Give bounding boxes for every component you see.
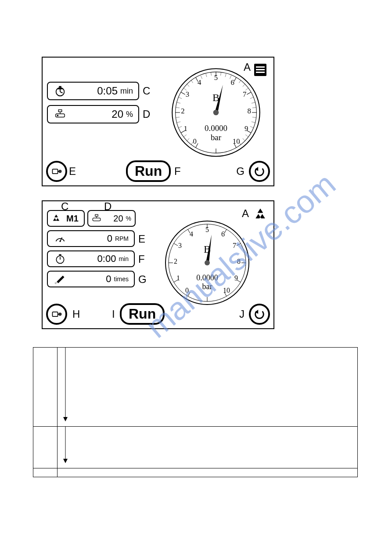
percent-unit-2: % bbox=[126, 215, 133, 222]
tick-2: 2 bbox=[181, 107, 184, 115]
time-value: 0:05 bbox=[69, 85, 120, 97]
svg-text:6: 6 bbox=[221, 230, 225, 238]
recycle-icon bbox=[50, 213, 63, 224]
table-cell-desc-1 bbox=[58, 348, 358, 427]
svg-line-71 bbox=[55, 283, 56, 284]
callout-j: J bbox=[239, 308, 245, 320]
run-button-2[interactable]: Run bbox=[120, 303, 165, 325]
gauge-unit-2: bar bbox=[202, 282, 212, 291]
valve-icon bbox=[51, 108, 69, 120]
table-cell-icon-3 bbox=[33, 468, 58, 477]
percent-field[interactable]: 20 % bbox=[47, 105, 139, 123]
screen-panel-2: C D M1 20 % A 0 RPM E 0:00 min F bbox=[42, 200, 274, 329]
time-unit-2: min bbox=[119, 255, 130, 262]
tick-10: 10 bbox=[233, 137, 240, 145]
motor-button[interactable] bbox=[46, 161, 67, 182]
stopwatch-icon bbox=[51, 253, 69, 265]
table-cell-icon-1 bbox=[33, 348, 58, 427]
table-cell-icon-2 bbox=[33, 427, 58, 468]
callout-g: G bbox=[236, 165, 245, 178]
rpm-field[interactable]: 0 RPM bbox=[47, 230, 135, 247]
table-row bbox=[33, 348, 358, 427]
time-field-2[interactable]: 0:00 min bbox=[47, 250, 135, 267]
callout-e2: E bbox=[138, 233, 145, 245]
svg-rect-62 bbox=[93, 218, 101, 221]
svg-text:8: 8 bbox=[237, 258, 241, 265]
arrow-down-icon bbox=[61, 427, 70, 464]
svg-point-65 bbox=[59, 240, 61, 242]
svg-rect-53 bbox=[58, 110, 61, 112]
svg-text:0: 0 bbox=[185, 287, 189, 294]
rpm-unit: RPM bbox=[115, 235, 130, 242]
back-button[interactable] bbox=[249, 161, 270, 182]
gauge-reading: 0.0000 bbox=[205, 123, 227, 133]
gauge-unit: bar bbox=[211, 133, 222, 142]
description-table bbox=[33, 347, 358, 477]
svg-text:5: 5 bbox=[205, 226, 209, 233]
svg-rect-99 bbox=[52, 312, 58, 316]
table-row bbox=[33, 427, 358, 468]
svg-text:2: 2 bbox=[174, 258, 177, 265]
callout-i: I bbox=[112, 308, 115, 320]
callout-g2: G bbox=[138, 273, 147, 286]
screen-panel-1: A bbox=[42, 57, 274, 186]
tick-4: 4 bbox=[198, 78, 201, 87]
time-value-2: 0:00 bbox=[69, 253, 119, 265]
tick-5: 5 bbox=[214, 74, 218, 82]
callout-b2: B bbox=[163, 243, 251, 255]
tick-9: 9 bbox=[245, 124, 248, 133]
times-value: 0 bbox=[69, 273, 114, 285]
svg-rect-61 bbox=[95, 214, 98, 216]
callout-f: F bbox=[174, 165, 181, 178]
injector-icon bbox=[51, 273, 69, 285]
tick-8: 8 bbox=[247, 107, 251, 115]
table-row bbox=[33, 468, 358, 477]
stopwatch-icon bbox=[51, 85, 69, 97]
tick-1: 1 bbox=[184, 124, 187, 133]
callout-h: H bbox=[72, 308, 80, 320]
mode-field[interactable]: M1 bbox=[47, 210, 85, 227]
time-unit: min bbox=[120, 87, 135, 96]
svg-marker-69 bbox=[57, 276, 64, 283]
motor-button-2[interactable] bbox=[46, 304, 67, 325]
callout-c: C bbox=[143, 85, 150, 97]
svg-rect-67 bbox=[59, 254, 61, 256]
run-button[interactable]: Run bbox=[126, 160, 171, 182]
callout-e: E bbox=[69, 165, 76, 178]
callout-b: B bbox=[170, 92, 262, 104]
table-cell-desc-3 bbox=[58, 468, 358, 477]
svg-point-98 bbox=[205, 260, 210, 265]
valve-icon bbox=[90, 213, 103, 224]
pressure-gauge: 0 1 2 3 4 5 6 7 8 9 10 0.0000 bar B bbox=[170, 66, 262, 159]
svg-marker-106 bbox=[63, 459, 68, 463]
tick-0: 0 bbox=[193, 137, 197, 145]
percent-value: 20 bbox=[69, 108, 126, 120]
times-field[interactable]: 0 times bbox=[47, 271, 135, 287]
svg-line-70 bbox=[56, 282, 57, 283]
callout-d: D bbox=[143, 108, 150, 120]
recycle-icon bbox=[252, 206, 269, 223]
table-cell-desc-2 bbox=[58, 427, 358, 468]
svg-text:9: 9 bbox=[234, 274, 238, 282]
callout-a2: A bbox=[242, 207, 249, 220]
svg-marker-104 bbox=[63, 417, 68, 421]
callout-f2: F bbox=[138, 253, 145, 265]
svg-text:1: 1 bbox=[176, 274, 180, 282]
svg-point-49 bbox=[213, 110, 219, 116]
gauge-reading-2: 0.0000 bbox=[196, 273, 218, 282]
mode-value: M1 bbox=[63, 214, 82, 224]
svg-rect-57 bbox=[52, 169, 58, 174]
times-unit: times bbox=[114, 276, 130, 283]
tachometer-icon bbox=[51, 233, 69, 244]
percent-field-2[interactable]: 20 % bbox=[87, 210, 136, 227]
time-field[interactable]: 0:05 min bbox=[47, 82, 139, 100]
percent-unit: % bbox=[126, 110, 135, 119]
pressure-gauge-2: 0 1 2 3 4 5 6 7 8 9 10 0.0000 bar B bbox=[163, 219, 251, 307]
tick-6: 6 bbox=[231, 78, 234, 87]
arrow-down-icon bbox=[61, 348, 70, 422]
svg-text:4: 4 bbox=[190, 230, 193, 238]
rpm-value: 0 bbox=[69, 233, 115, 244]
svg-point-56 bbox=[57, 115, 59, 116]
back-button-2[interactable] bbox=[249, 304, 270, 325]
svg-text:10: 10 bbox=[223, 287, 230, 294]
